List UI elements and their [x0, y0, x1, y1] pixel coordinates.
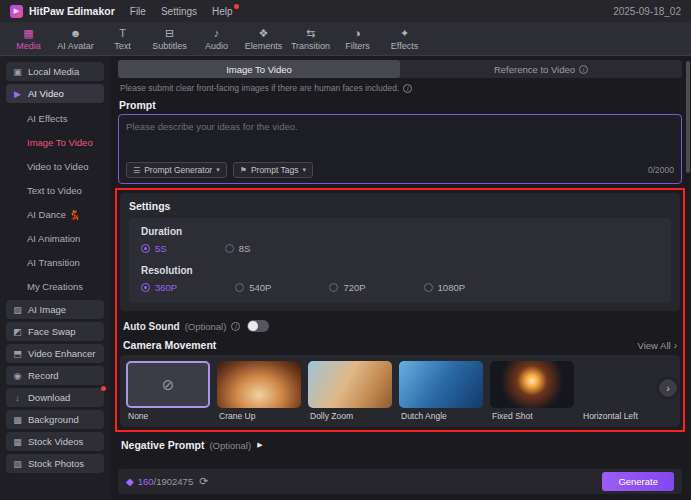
auto-sound-row: Auto Sound (Optional) i: [123, 320, 677, 332]
view-all-link[interactable]: View All ›: [638, 340, 677, 351]
tab-ai-avatar[interactable]: ☻ AI Avatar: [53, 27, 98, 51]
auto-sound-toggle[interactable]: [247, 320, 269, 332]
char-counter: 0/2000: [648, 165, 674, 175]
camera-card-dutch-angle[interactable]: Dutch Angle: [399, 361, 483, 421]
expand-arrow-icon: ▶: [257, 441, 262, 449]
sidebar-item-image-to-video-label: Image To Video: [27, 137, 93, 148]
menu-settings[interactable]: Settings: [161, 6, 197, 17]
prompt-generator-icon: ☰: [133, 166, 140, 175]
auto-sound-label: Auto Sound: [123, 321, 180, 332]
credits-total: /1902475: [154, 476, 194, 487]
info-icon: i: [231, 322, 240, 331]
body-row: ▣ Local Media ▶ AI Video AI Effects Imag…: [0, 56, 691, 500]
camera-card-horizontal-left-thumb: [581, 361, 665, 408]
duration-options: 5S 8S: [141, 243, 659, 254]
app-window: ▶ HitPaw Edimakor File Settings Help 202…: [0, 0, 691, 500]
resolution-options: 360P 540P 720P: [141, 282, 659, 293]
background-icon: ▩: [12, 415, 23, 425]
negative-prompt-row[interactable]: Negative Prompt (Optional) ▶: [121, 439, 679, 451]
menu-help[interactable]: Help: [212, 6, 233, 17]
app-title: HitPaw Edimakor: [29, 5, 115, 17]
prompt-input[interactable]: [126, 121, 674, 159]
resolution-option-1080p[interactable]: 1080P: [424, 282, 465, 293]
video-enhancer-icon: ⬒: [12, 349, 23, 359]
camera-movement-panel: ⊘ None Crane Up Dolly Zoom: [120, 355, 680, 427]
sidebar-item-background-label: Background: [28, 414, 79, 425]
camera-card-fixed-shot[interactable]: Fixed Shot: [490, 361, 574, 421]
audio-icon: ♪: [214, 27, 220, 40]
camera-card-dutch-angle-thumb: [399, 361, 483, 408]
resolution-option-720p[interactable]: 720P: [329, 282, 365, 293]
sidebar-item-ai-animation[interactable]: AI Animation: [0, 226, 110, 250]
sidebar-item-text-to-video[interactable]: Text to Video: [0, 178, 110, 202]
tab-reference-to-video-label: Reference to Video: [494, 64, 575, 75]
tab-reference-to-video[interactable]: Reference to Video i: [400, 60, 682, 78]
sidebar-item-ai-dance-label: AI Dance 💃: [27, 209, 81, 220]
camera-card-horizontal-left[interactable]: Horizontal Left: [581, 361, 665, 421]
title-bar: ▶ HitPaw Edimakor File Settings Help 202…: [0, 0, 691, 22]
sidebar-item-ai-video[interactable]: ▶ AI Video: [6, 84, 104, 103]
tab-audio[interactable]: ♪ Audio: [194, 27, 239, 51]
sidebar-item-video-enhancer[interactable]: ⬒ Video Enhancer: [6, 344, 104, 363]
ai-image-icon: ▨: [12, 305, 23, 315]
prompt-tags-label: Prompt Tags: [251, 165, 299, 175]
tab-ai-avatar-label: AI Avatar: [57, 41, 93, 51]
tab-image-to-video[interactable]: Image To Video: [118, 60, 400, 78]
sidebar-item-ai-dance[interactable]: AI Dance 💃: [0, 202, 110, 226]
sidebar-item-stock-videos[interactable]: ▦ Stock Videos: [6, 432, 104, 451]
camera-card-none[interactable]: ⊘ None: [126, 361, 210, 421]
cards-next-button[interactable]: ›: [659, 379, 677, 397]
tab-media[interactable]: ▦ Media: [6, 27, 51, 51]
resolution-option-360p-label: 360P: [155, 282, 177, 293]
duration-option-5s-label: 5S: [155, 243, 167, 254]
sidebar-item-my-creations[interactable]: My Creations: [0, 274, 110, 298]
camera-card-horizontal-left-label: Horizontal Left: [581, 411, 665, 421]
sidebar: ▣ Local Media ▶ AI Video AI Effects Imag…: [0, 56, 110, 500]
filters-icon: ◑: [354, 27, 361, 40]
sidebar-item-stock-videos-label: Stock Videos: [28, 436, 83, 447]
sidebar-item-background[interactable]: ▩ Background: [6, 410, 104, 429]
refresh-icon[interactable]: ⟳: [199, 475, 208, 488]
tab-transition[interactable]: ⇆ Transition: [288, 27, 333, 51]
sidebar-item-face-swap[interactable]: ◩ Face Swap: [6, 322, 104, 341]
sidebar-item-image-to-video[interactable]: Image To Video: [0, 130, 110, 154]
camera-card-dolly-zoom[interactable]: Dolly Zoom: [308, 361, 392, 421]
sidebar-item-local-media[interactable]: ▣ Local Media: [6, 62, 104, 81]
sidebar-item-ai-transition[interactable]: AI Transition: [0, 250, 110, 274]
ai-avatar-icon: ☻: [70, 27, 82, 40]
sidebar-item-ai-effects[interactable]: AI Effects: [0, 106, 110, 130]
sidebar-item-download[interactable]: ↓ Download: [6, 388, 104, 407]
camera-card-fixed-shot-label: Fixed Shot: [490, 411, 574, 421]
resolution-option-540p[interactable]: 540P: [235, 282, 271, 293]
sidebar-item-ai-video-label: AI Video: [28, 88, 64, 99]
duration-option-8s[interactable]: 8S: [225, 243, 251, 254]
tab-elements[interactable]: ❖ Elements: [241, 27, 286, 51]
tab-subtitles[interactable]: ⊟ Subtitles: [147, 27, 192, 51]
camera-card-dutch-angle-label: Dutch Angle: [399, 411, 483, 421]
tab-filters[interactable]: ◑ Filters: [335, 27, 380, 51]
duration-option-5s[interactable]: 5S: [141, 243, 167, 254]
sidebar-item-video-to-video[interactable]: Video to Video: [0, 154, 110, 178]
chevron-down-icon: ▾: [302, 166, 306, 174]
prompt-tags-button[interactable]: ⚑ Prompt Tags ▾: [233, 162, 313, 178]
sidebar-item-stock-photos[interactable]: ▧ Stock Photos: [6, 454, 104, 473]
sidebar-item-ai-animation-label: AI Animation: [27, 233, 80, 244]
prompt-generator-label: Prompt Generator: [144, 165, 212, 175]
prompt-generator-button[interactable]: ☰ Prompt Generator ▾: [126, 162, 227, 178]
camera-movement-header: Camera Movement View All ›: [123, 339, 677, 351]
sidebar-item-my-creations-label: My Creations: [27, 281, 83, 292]
transition-icon: ⇆: [306, 27, 315, 40]
tab-audio-label: Audio: [205, 41, 228, 51]
sidebar-item-record[interactable]: ◉ Record: [6, 366, 104, 385]
tab-effects[interactable]: ✦ Effects: [382, 27, 427, 51]
generate-footer: ◆ 160 /1902475 ⟳ Generate: [118, 469, 682, 494]
menu-file[interactable]: File: [130, 6, 146, 17]
tab-text[interactable]: T Text: [100, 27, 145, 51]
scrollbar[interactable]: [686, 61, 690, 173]
main-panel: Image To Video Reference to Video i Plea…: [110, 56, 691, 500]
sidebar-item-ai-image[interactable]: ▨ AI Image: [6, 300, 104, 319]
camera-card-crane-up-thumb: [217, 361, 301, 408]
camera-card-crane-up[interactable]: Crane Up: [217, 361, 301, 421]
resolution-option-360p[interactable]: 360P: [141, 282, 177, 293]
generate-button[interactable]: Generate: [602, 472, 674, 491]
